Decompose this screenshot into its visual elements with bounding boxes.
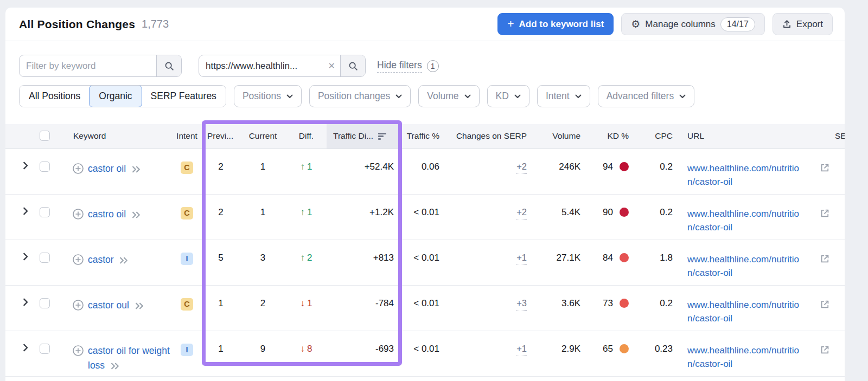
external-link-icon[interactable] bbox=[820, 299, 830, 325]
row-checkbox[interactable] bbox=[40, 298, 50, 308]
open-keyword-icon[interactable] bbox=[111, 363, 120, 370]
row-checkbox[interactable] bbox=[40, 162, 50, 172]
kd-column-header[interactable]: KD % bbox=[589, 124, 637, 148]
url-filter-input[interactable] bbox=[206, 61, 320, 72]
position-changes-dropdown[interactable]: Position changes bbox=[309, 85, 411, 107]
select-all-checkbox[interactable] bbox=[40, 131, 50, 141]
traffic-pct-cell: < 0.01 bbox=[401, 331, 448, 376]
kd-cell: 90 bbox=[589, 194, 637, 240]
traffic-pct-column-header[interactable]: Traffic % bbox=[401, 124, 448, 148]
expand-cell bbox=[5, 240, 33, 285]
hide-filters-link[interactable]: Hide filters bbox=[377, 60, 422, 73]
position-type-tabs: All Positions Organic SERP Features bbox=[19, 85, 226, 107]
keyword-column-header[interactable]: Keyword bbox=[57, 124, 172, 148]
serp-changes-value[interactable]: +3 bbox=[516, 298, 527, 311]
diff-cell: ↑1 bbox=[286, 194, 327, 240]
search-icon bbox=[164, 61, 174, 71]
add-to-keyword-list-button[interactable]: + Add to keyword list bbox=[497, 13, 614, 35]
add-keyword-icon[interactable] bbox=[72, 208, 84, 222]
previous-position-cell: 2 bbox=[202, 194, 240, 240]
url-link[interactable]: www.healthline.com/nutrition/castor-oil bbox=[687, 162, 802, 189]
url-search-button[interactable] bbox=[340, 55, 365, 76]
url-column-header[interactable]: URL bbox=[678, 124, 830, 148]
previous-position-column-header[interactable]: Previ... bbox=[202, 124, 240, 148]
url-filter: ✕ bbox=[199, 55, 366, 77]
diff-column-header[interactable]: Diff. bbox=[286, 124, 327, 148]
external-link-icon[interactable] bbox=[820, 254, 830, 280]
open-keyword-icon[interactable] bbox=[132, 211, 141, 218]
expand-row-icon[interactable] bbox=[23, 344, 33, 352]
table-header-row: Keyword Intent Previ... Current Diff. Tr… bbox=[5, 124, 845, 148]
keywords-table: Keyword Intent Previ... Current Diff. Tr… bbox=[5, 124, 845, 377]
row-checkbox[interactable] bbox=[40, 344, 50, 354]
expand-row-icon[interactable] bbox=[23, 207, 33, 215]
open-keyword-icon[interactable] bbox=[132, 166, 141, 173]
row-checkbox[interactable] bbox=[40, 253, 50, 263]
chevron-down-icon bbox=[464, 94, 471, 99]
open-keyword-icon[interactable] bbox=[135, 302, 144, 309]
keyword-link[interactable]: castor oil bbox=[88, 163, 126, 174]
open-keyword-icon[interactable] bbox=[119, 257, 129, 264]
serp-changes-value[interactable]: +2 bbox=[516, 207, 527, 219]
traffic-diff-column-header[interactable]: Traffic Di... bbox=[327, 124, 401, 148]
expand-row-icon[interactable] bbox=[23, 253, 33, 261]
url-link[interactable]: www.healthline.com/nutrition/castor-oil bbox=[687, 344, 802, 371]
serp-changes-value[interactable]: +2 bbox=[516, 162, 527, 174]
cpc-cell: 0.2 bbox=[637, 148, 678, 194]
volume-column-header[interactable]: Volume bbox=[534, 124, 589, 148]
tab-organic[interactable]: Organic bbox=[89, 85, 142, 107]
external-link-icon[interactable] bbox=[820, 163, 830, 189]
chevron-down-icon bbox=[679, 94, 686, 99]
url-link[interactable]: www.healthline.com/nutrition/castor-oil bbox=[687, 298, 802, 325]
previous-position-cell: 5 bbox=[202, 240, 240, 285]
filter-bar: ✕ Hide filters 1 bbox=[19, 55, 845, 77]
serp-changes-value[interactable]: +1 bbox=[516, 253, 527, 265]
url-link[interactable]: www.healthline.com/nutrition/castor-oil bbox=[687, 207, 802, 234]
url-link[interactable]: www.healthline.com/nutrition/castor-oil bbox=[687, 253, 802, 280]
tab-all-positions[interactable]: All Positions bbox=[20, 86, 90, 107]
url-cell: www.healthline.com/nutrition/castor-oil bbox=[678, 148, 830, 194]
cpc-column-header[interactable]: CPC bbox=[637, 124, 678, 148]
keyword-link[interactable]: castor bbox=[88, 254, 114, 265]
advanced-filters-dropdown[interactable]: Advanced filters bbox=[598, 85, 695, 107]
position-diff-arrow-icon: ↑ bbox=[301, 207, 305, 218]
row-checkbox[interactable] bbox=[40, 207, 50, 217]
add-keyword-icon[interactable] bbox=[72, 299, 84, 313]
external-link-icon[interactable] bbox=[820, 345, 830, 371]
keyword-cell: castor oil for weight loss bbox=[57, 331, 172, 376]
se-column-header[interactable]: SE bbox=[830, 124, 845, 148]
traffic-pct-cell: < 0.01 bbox=[401, 194, 448, 240]
keyword-link[interactable]: castor oul bbox=[88, 300, 129, 311]
active-filters-badge: 1 bbox=[427, 60, 439, 72]
traffic-diff-cell: +1.2K bbox=[327, 194, 401, 240]
export-button[interactable]: Export bbox=[773, 13, 833, 35]
keyword-cell: castor oul bbox=[57, 285, 172, 331]
serp-changes-value[interactable]: +1 bbox=[516, 344, 527, 356]
keyword-cell: castor bbox=[57, 240, 172, 285]
volume-cell: 27.1K bbox=[534, 240, 589, 285]
current-position-cell: 1 bbox=[240, 194, 286, 240]
clear-url-icon[interactable]: ✕ bbox=[323, 61, 340, 71]
export-icon bbox=[782, 20, 792, 29]
add-keyword-icon[interactable] bbox=[72, 345, 84, 373]
kd-dropdown[interactable]: KD bbox=[487, 85, 529, 107]
changes-on-serp-column-header[interactable]: Changes on SERP bbox=[448, 124, 534, 148]
expand-row-icon[interactable] bbox=[23, 298, 33, 306]
position-diff-arrow-icon: ↓ bbox=[301, 344, 305, 354]
keyword-filter-input[interactable] bbox=[26, 61, 150, 72]
tab-serp-features[interactable]: SERP Features bbox=[142, 86, 226, 107]
current-position-column-header[interactable]: Current bbox=[240, 124, 286, 148]
manage-columns-button[interactable]: ⚙ Manage columns 14/17 bbox=[621, 13, 765, 35]
intent-dropdown[interactable]: Intent bbox=[537, 85, 590, 107]
add-keyword-icon[interactable] bbox=[72, 163, 84, 176]
external-link-icon[interactable] bbox=[820, 208, 830, 234]
intent-column-header[interactable]: Intent bbox=[172, 124, 202, 148]
keyword-search-button[interactable] bbox=[156, 55, 181, 76]
add-keyword-icon[interactable] bbox=[72, 254, 84, 267]
expand-row-icon[interactable] bbox=[23, 162, 33, 170]
keyword-link[interactable]: castor oil for weight loss bbox=[88, 345, 170, 371]
keyword-link[interactable]: castro oil bbox=[88, 209, 126, 219]
positions-dropdown[interactable]: Positions bbox=[234, 85, 302, 107]
intent-badge: C bbox=[181, 162, 193, 174]
volume-dropdown[interactable]: Volume bbox=[418, 85, 479, 107]
